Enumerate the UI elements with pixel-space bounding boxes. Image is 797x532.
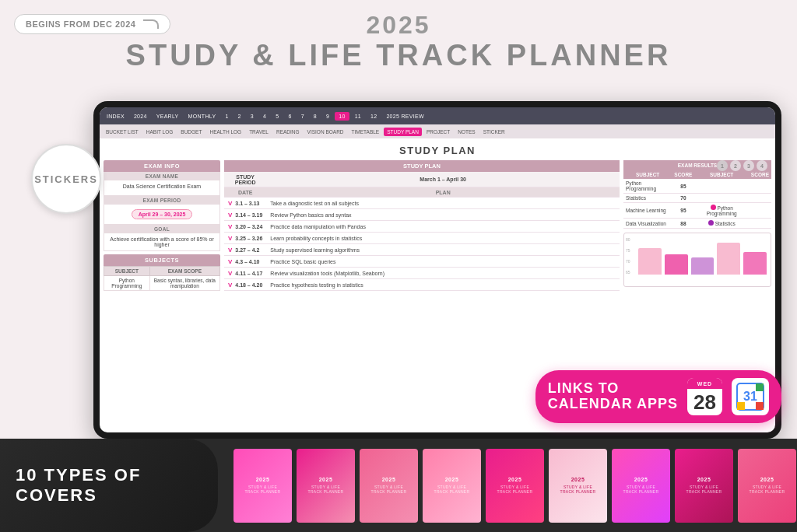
- result-score-2: 70: [672, 194, 694, 203]
- page-dot-4[interactable]: 4: [757, 160, 767, 171]
- tab-reading[interactable]: READING: [273, 128, 303, 136]
- study-table-header-row: DATE PLAN: [224, 187, 620, 198]
- study-date-2: V 3.14 – 3.19: [224, 209, 266, 221]
- study-plan-8: Practice hypothesis testing in statistic…: [266, 279, 620, 291]
- calendar-badge: LINKS TO CALENDAR APPS WED 28 31: [535, 370, 781, 423]
- result-subject-2: Statistics: [623, 194, 672, 203]
- study-plan-6: Practice SQL basic queries: [266, 256, 620, 268]
- study-row-4: V 3.25 – 3.26 Learn probability concepts…: [224, 233, 620, 244]
- tab-travel[interactable]: TRAVEL: [246, 128, 272, 136]
- tab-4[interactable]: 4: [259, 112, 270, 121]
- cover-3[interactable]: 2025 STUDY & LIFETRACK PLANNER: [360, 449, 418, 523]
- chart-bars: [624, 233, 771, 286]
- subject-scope: Basic syntax, libraries, data manipulati…: [149, 276, 219, 291]
- result-legend-1: Python Programming: [694, 203, 748, 219]
- cover-1-year: 2025: [256, 477, 270, 482]
- svg-rect-3: [756, 402, 764, 410]
- tab-health-log[interactable]: HEALTH LOG: [206, 128, 244, 136]
- result-score-3: 95: [672, 203, 694, 219]
- study-date-4: V 3.25 – 3.26: [224, 233, 266, 244]
- cover-7[interactable]: 2025 STUDY & LIFETRACK PLANNER: [612, 449, 670, 523]
- exam-period-badge: April 29 – 30, 2025: [132, 209, 193, 219]
- study-plan-title: STUDY PLAN: [100, 138, 775, 160]
- stickers-badge: STICKERS: [31, 144, 101, 214]
- covers-label-area: 10 TYPES OF COVERS: [0, 439, 218, 532]
- tab-budget[interactable]: BUDGET: [177, 128, 205, 136]
- study-row-3: V 3.20 – 3.24 Practice data manipulation…: [224, 221, 620, 233]
- tab-monthly[interactable]: MONTHLY: [184, 112, 220, 121]
- tab-index[interactable]: INDEX: [103, 112, 128, 121]
- tab-sticker[interactable]: STICKER: [480, 128, 508, 136]
- study-row-7: V 4.11 – 4.17 Review visualization tools…: [224, 268, 620, 279]
- cover-9[interactable]: 2025 STUDY & LIFETRACK PLANNER: [738, 449, 796, 523]
- subject-name: Python Programming: [104, 276, 150, 291]
- subjects-header: SUBJECTS: [104, 254, 220, 266]
- cover-2[interactable]: 2025 STUDY & LIFETRACK PLANNER: [297, 449, 355, 523]
- svg-text:31: 31: [743, 390, 757, 403]
- study-date-8: V 4.18 – 4.20: [224, 279, 266, 291]
- tab-timetable[interactable]: TIMETABLE: [349, 128, 383, 136]
- study-row-2: V 3.14 – 3.19 Review Python basics and s…: [224, 209, 620, 221]
- result-score-1b: [749, 179, 771, 194]
- exam-period-value: April 29 – 30, 2025: [104, 205, 220, 225]
- tab-bucket-list[interactable]: BUCKET LIST: [103, 128, 142, 136]
- tab-11[interactable]: 11: [351, 112, 365, 121]
- calendar-text-line2: CALENDAR APPS: [548, 396, 678, 411]
- tab-habit-log[interactable]: HABIT LOG: [143, 128, 177, 136]
- tab-6[interactable]: 6: [284, 112, 295, 121]
- exam-info-header: EXAM INFO: [104, 160, 220, 172]
- tab-project[interactable]: PROJECT: [423, 128, 453, 136]
- apple-calendar-icon[interactable]: WED 28: [687, 378, 722, 415]
- study-period-row: STUDY PERIOD March 1 – April 30: [224, 172, 620, 187]
- subjects-table: SUBJECT EXAM SCOPE Python Programming Ba…: [104, 266, 220, 291]
- study-plan-7: Review visualization tools (Matplotlib, …: [266, 268, 620, 279]
- tab-2[interactable]: 2: [234, 112, 245, 121]
- page-dot-2[interactable]: 2: [730, 160, 741, 171]
- page-dot-1[interactable]: 1: [717, 160, 728, 171]
- tab-5[interactable]: 5: [272, 112, 283, 121]
- tab-12[interactable]: 12: [367, 112, 381, 121]
- results-col-score1: SCORE: [672, 170, 694, 179]
- exam-period-label: EXAM PERIOD: [104, 196, 220, 205]
- tab-yearly[interactable]: YEARLY: [153, 112, 183, 121]
- tab-10[interactable]: 10: [335, 112, 349, 121]
- subjects-col-subject: SUBJECT: [104, 267, 150, 276]
- tab-vision-board[interactable]: VISION BOARD: [304, 128, 347, 136]
- exam-name-value: Data Science Certification Exam: [104, 180, 220, 196]
- tab-3[interactable]: 3: [247, 112, 258, 121]
- cover-6[interactable]: 2025 STUDY & LIFETRACK PLANNER: [549, 449, 607, 523]
- tab-7[interactable]: 7: [297, 112, 308, 121]
- tab-study-plan[interactable]: STUDY PLAN: [384, 128, 422, 136]
- study-row-5: V 3.27 – 4.2 Study supervised learning a…: [224, 244, 620, 256]
- cover-8[interactable]: 2025 STUDY & LIFETRACK PLANNER: [675, 449, 733, 523]
- tab-2025review[interactable]: 2025 REVIEW: [382, 112, 427, 121]
- subjects-row: Python Programming Basic syntax, librari…: [104, 276, 220, 291]
- tab-2024[interactable]: 2024: [130, 112, 151, 121]
- title-main: STUDY & LIFE TRACK PLANNER: [0, 40, 797, 72]
- cover-1[interactable]: 2025 STUDY & LIFETRACK PLANNER: [233, 449, 292, 523]
- cover-5[interactable]: 2025 STUDY & LIFETRACK PLANNER: [486, 449, 544, 523]
- page-dot-3[interactable]: 3: [743, 160, 754, 171]
- study-date-7: V 4.11 – 4.17: [224, 268, 266, 279]
- study-plan-5: Study supervised learning algorithms: [266, 244, 620, 256]
- study-row-6: V 4.3 – 4.10 Practice SQL basic queries: [224, 256, 620, 268]
- tab-9[interactable]: 9: [322, 112, 333, 121]
- study-plan-1: Take a diagnostic test on all subjects: [266, 198, 620, 209]
- study-plan-2: Review Python basics and syntax: [266, 209, 620, 221]
- goal-label: GOAL: [104, 225, 220, 233]
- results-row-2: Statistics 70: [623, 194, 771, 203]
- covers-label-text: 10 TYPES OF COVERS: [16, 465, 218, 506]
- plan-col-header: PLAN: [266, 187, 620, 198]
- google-cal-svg: 31: [736, 382, 765, 411]
- chart-bar-1: [638, 248, 662, 275]
- page-dots: 1 2 3 4: [717, 160, 767, 171]
- covers-section: 10 TYPES OF COVERS 2025 STUDY & LIFETRAC…: [0, 439, 797, 532]
- study-row-8: V 4.18 – 4.20 Practice hypothesis testin…: [224, 279, 620, 291]
- tab-1[interactable]: 1: [221, 112, 232, 121]
- cover-4[interactable]: 2025 STUDY & LIFETRACK PLANNER: [423, 449, 481, 523]
- google-calendar-icon[interactable]: 31: [732, 378, 769, 415]
- tab-8[interactable]: 8: [310, 112, 321, 121]
- tab-notes[interactable]: NOTES: [455, 128, 478, 136]
- chart-bar-5: [743, 252, 767, 275]
- study-plan-3: Practice data manipulation with Pandas: [266, 221, 620, 233]
